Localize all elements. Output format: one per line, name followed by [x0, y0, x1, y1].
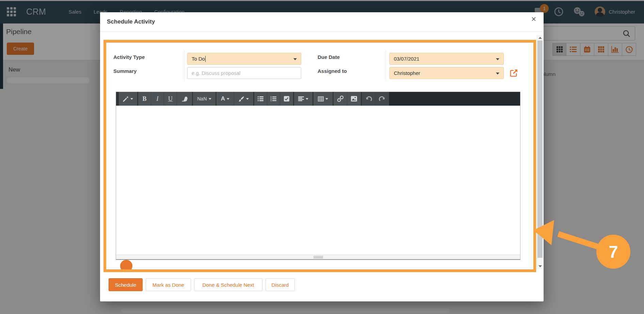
triangle-down-icon: [538, 265, 542, 267]
link-icon: [337, 96, 343, 102]
image-icon: [351, 96, 357, 101]
italic-button[interactable]: I: [151, 92, 164, 106]
note-editor: B I U NaN A: [116, 92, 520, 260]
schedule-button[interactable]: Schedule: [109, 278, 143, 291]
magic-wand-icon: [123, 96, 129, 102]
modal-scrollbar[interactable]: [537, 35, 543, 269]
underline-button[interactable]: U: [164, 92, 177, 106]
modal-title: Schedule Activity: [107, 18, 155, 25]
chevron-down-icon: [325, 98, 328, 100]
font-size-dropdown[interactable]: NaN: [193, 92, 215, 106]
due-date-value: 03/07/2021: [394, 56, 419, 62]
undo-icon: [365, 96, 372, 102]
chevron-down-icon: [130, 98, 133, 100]
close-icon[interactable]: ×: [531, 15, 536, 23]
annotation-click-dot: [120, 260, 132, 272]
chevron-down-icon: [306, 98, 308, 100]
assigned-to-select[interactable]: Christopher: [389, 67, 504, 79]
chevron-down-icon: [293, 58, 297, 60]
schedule-activity-modal: Schedule Activity × Activity Type To Do …: [100, 12, 544, 301]
assigned-to-value: Christopher: [394, 70, 420, 76]
table-icon: [318, 96, 324, 101]
external-link-icon[interactable]: [510, 68, 518, 77]
editor-bottom-bar: [116, 255, 520, 259]
chevron-down-icon: [246, 98, 249, 100]
undo-button[interactable]: [362, 92, 375, 106]
insert-image-button[interactable]: [347, 92, 361, 106]
discard-button[interactable]: Discard: [265, 278, 295, 291]
chevron-down-icon: [496, 73, 499, 75]
field-separator: [184, 50, 184, 81]
toolbar-filler: [389, 92, 520, 106]
summary-input[interactable]: [187, 67, 301, 79]
redo-button[interactable]: [375, 92, 389, 106]
activity-type-select[interactable]: To Do: [187, 53, 301, 65]
style-wand-button[interactable]: [119, 92, 137, 106]
chevron-down-icon: [227, 98, 229, 100]
mark-as-done-button[interactable]: Mark as Done: [146, 278, 191, 291]
bold-button[interactable]: B: [138, 92, 151, 106]
triangle-up-icon: [538, 37, 542, 39]
chevron-down-icon: [496, 58, 499, 60]
font-size-value: NaN: [197, 96, 207, 101]
font-color-dropdown[interactable]: A: [216, 92, 234, 106]
eraser-icon: [181, 96, 188, 101]
eraser-button[interactable]: [177, 92, 192, 106]
activity-type-label: Activity Type: [113, 54, 145, 60]
modal-header: Schedule Activity ×: [100, 12, 544, 32]
font-color-label: A: [221, 95, 225, 102]
align-dropdown[interactable]: [294, 92, 312, 106]
bullet-list-button[interactable]: [254, 92, 267, 106]
table-dropdown[interactable]: [313, 92, 333, 106]
ordered-list-icon: [271, 96, 276, 101]
assigned-to-label: Assigned to: [318, 68, 347, 74]
scrollbar-thumb[interactable]: [537, 41, 543, 258]
editor-toolbar: B I U NaN A: [116, 92, 520, 106]
due-date-input[interactable]: 03/07/2021: [389, 53, 504, 65]
resize-handle[interactable]: [313, 256, 323, 258]
align-left-icon: [298, 96, 304, 101]
checkbox-icon: [284, 96, 289, 101]
due-date-label: Due Date: [318, 54, 340, 60]
screenshot-root: CRM Sales Leads Reporting Configuration …: [0, 0, 644, 314]
unordered-list-icon: [258, 96, 263, 101]
activity-type-value: To Do: [192, 56, 205, 62]
insert-link-button[interactable]: [334, 92, 347, 106]
chevron-down-icon: [209, 98, 211, 100]
summary-label: Summary: [113, 68, 136, 74]
highlight-color-dropdown[interactable]: [234, 92, 253, 106]
text-cursor: [205, 56, 206, 62]
redo-icon: [379, 96, 386, 102]
scroll-down-button[interactable]: [537, 264, 543, 269]
checklist-button[interactable]: [280, 92, 293, 106]
scroll-up-button[interactable]: [537, 35, 543, 41]
done-schedule-next-button[interactable]: Done & Schedule Next: [194, 278, 262, 291]
numbered-list-button[interactable]: [267, 92, 280, 106]
paintbrush-icon: [239, 96, 244, 102]
field-separator: [386, 50, 386, 81]
editor-text-area[interactable]: [116, 106, 520, 255]
